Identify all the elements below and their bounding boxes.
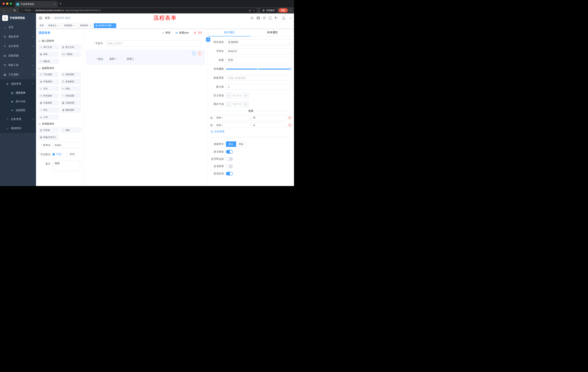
drag-handle-icon[interactable] [210, 116, 213, 119]
show-label-toggle[interactable] [226, 150, 233, 154]
address-bar[interactable]: ⚠ 不安全 dashboard.yudao.iocoder.cn/bpm/man… [19, 8, 257, 13]
tab-form-props[interactable]: 表单属性 [251, 29, 294, 36]
help-icon[interactable]: ? [263, 17, 266, 20]
palette-item-checkbox-group[interactable]: ☑多选框组 [60, 79, 81, 84]
bookmark-star-icon[interactable]: ☆ [252, 9, 255, 12]
palette-item-row-container[interactable]: ▥行容器 [38, 128, 59, 133]
palette-item-multi-line-text[interactable]: ▤多行文本 [60, 44, 81, 50]
option-2-value-input[interactable] [251, 122, 287, 128]
sidebar-item-workflow[interactable]: ▦ 工作流程 [0, 70, 36, 79]
palette-item-password[interactable]: ▣密码 [38, 52, 59, 57]
tag-home[interactable]: 首页 [38, 23, 45, 28]
duplicate-field-button[interactable] [192, 52, 196, 55]
status-radio-on[interactable]: 开启 [52, 153, 61, 156]
search-icon[interactable] [250, 16, 254, 20]
palette-item-upload[interactable]: ☁上传 [38, 114, 59, 120]
save-button[interactable]: ✓ 保存 [162, 31, 171, 34]
min-select-input[interactable] [231, 93, 243, 98]
tag-process-model[interactable]: 流程模型 × [62, 23, 77, 28]
browser-menu-icon[interactable]: ⋮ [288, 9, 292, 12]
zoom-window-button[interactable] [10, 2, 12, 5]
palette-item-select[interactable]: ⊙下拉选择 [38, 72, 59, 77]
palette-item-counter[interactable]: 123计数器 [60, 52, 81, 57]
sidebar-logo[interactable]: 芋道管理系统 [0, 13, 36, 22]
label-width-input[interactable] [226, 75, 292, 81]
plus-button[interactable]: + [243, 93, 249, 98]
palette-item-time-range[interactable]: ◔时间范围 [60, 93, 81, 98]
palette-item-table[interactable]: ▦表格[开发中] [38, 135, 59, 140]
slider-handle[interactable] [289, 68, 292, 70]
gender-option-1-checkbox[interactable]: 选项一 [105, 57, 117, 61]
breadcrumb-home[interactable]: 首页 [45, 16, 50, 20]
tab-close-icon[interactable]: × [54, 3, 56, 6]
avatar-caret-icon[interactable] [290, 17, 292, 19]
canvas-field-gender-selected[interactable]: 性别 选项一 选项二 [86, 50, 205, 65]
sidebar-item-infrastructure[interactable]: ▤ 基础设施 [0, 51, 36, 60]
sidebar-item-user-group[interactable]: ☻ 用户分组 [0, 97, 36, 106]
minus-button[interactable]: − [226, 93, 231, 98]
palette-item-radio-group[interactable]: ◉单选框组 [38, 79, 59, 84]
style-button-button[interactable]: 按钮 [236, 141, 246, 147]
default-value-input[interactable] [226, 84, 292, 90]
option-2-name-input[interactable] [214, 122, 250, 128]
canvas-field-phone[interactable]: 手机号 [86, 39, 205, 48]
new-tab-button[interactable]: + [58, 2, 63, 6]
minus-button[interactable]: − [226, 101, 231, 107]
grid-slider[interactable] [226, 66, 292, 72]
fullscreen-icon[interactable] [268, 16, 272, 20]
sidebar-item-home[interactable]: ⌂ 首页 [0, 22, 36, 32]
link-button[interactable] [206, 37, 210, 42]
browser-update-button[interactable]: 更新 [279, 8, 288, 12]
component-type-select[interactable]: 多选框组 [226, 39, 292, 45]
status-radio-off[interactable]: 关闭 [66, 153, 74, 156]
close-icon[interactable]: × [74, 24, 75, 27]
palette-item-single-line-text[interactable]: ▭单行文本 [38, 44, 59, 50]
reload-button[interactable]: ↻ [12, 8, 17, 13]
palette-item-button[interactable]: ☝按钮 [60, 128, 81, 133]
palette-item-cascader[interactable]: ⋔级联选择 [60, 72, 81, 77]
palette-item-rate[interactable]: ☆评分 [38, 107, 59, 113]
back-button[interactable]: ← [2, 8, 7, 13]
form-name-input[interactable] [52, 142, 80, 148]
palette-item-date-range[interactable]: ▩日期范围 [60, 100, 81, 106]
required-toggle[interactable] [226, 172, 233, 175]
forward-button[interactable]: → [7, 8, 12, 13]
close-icon[interactable]: × [89, 24, 91, 27]
minimize-window-button[interactable] [6, 2, 8, 5]
with-border-toggle[interactable] [226, 157, 233, 161]
palette-item-color-picker[interactable]: ◨颜色选择 [60, 107, 81, 113]
palette-item-time-picker[interactable]: ◷时间选择 [38, 93, 59, 98]
phone-input[interactable] [105, 40, 201, 46]
close-icon[interactable]: × [113, 24, 115, 27]
sidebar-item-task-management[interactable]: ⚐ 任务管理 [0, 115, 36, 124]
delete-field-button[interactable] [198, 52, 202, 55]
remove-option-icon[interactable] [288, 124, 292, 127]
gender-option-2-checkbox[interactable]: 选项二 [123, 57, 134, 61]
palette-item-slider[interactable]: ⊷滑块 [60, 86, 81, 91]
max-select-input[interactable] [231, 101, 243, 107]
sidebar-item-leave-query[interactable]: ☺ 请假查询 [0, 124, 36, 133]
clear-button[interactable]: 清空 [194, 31, 202, 34]
option-1-value-input[interactable] [251, 115, 287, 120]
view-json-button[interactable]: 查看json [175, 31, 189, 34]
avatar[interactable] [280, 15, 287, 21]
tag-process-form-edit[interactable]: 流程表单-编辑 × [94, 23, 116, 28]
option-1-name-input[interactable] [214, 115, 250, 120]
tag-process-definition[interactable]: 流程定义 × [46, 23, 61, 28]
sidebar-item-payment[interactable]: ¥ 支付管理 [0, 42, 36, 51]
key-icon[interactable] [249, 9, 252, 12]
form-canvas[interactable]: 手机号 性别 选项一 [83, 37, 208, 186]
title-input[interactable] [226, 57, 292, 63]
tab-component-props[interactable]: 组件属性 [208, 29, 251, 36]
add-option-button[interactable]: 添加选项 [210, 130, 292, 133]
hamburger-icon[interactable] [39, 17, 42, 19]
github-icon[interactable] [257, 16, 260, 20]
plus-button[interactable]: + [243, 101, 249, 107]
tag-process-form[interactable]: 流程表单 × [78, 23, 93, 28]
form-remark-textarea[interactable]: 嘿嘿 [52, 161, 80, 171]
field-name-input[interactable] [226, 48, 292, 54]
disabled-toggle[interactable] [226, 165, 233, 168]
sidebar-item-process-form[interactable]: ▥ 流程表单 [0, 88, 36, 97]
remove-option-icon[interactable] [288, 116, 292, 119]
font-size-icon[interactable]: TT [274, 17, 277, 20]
